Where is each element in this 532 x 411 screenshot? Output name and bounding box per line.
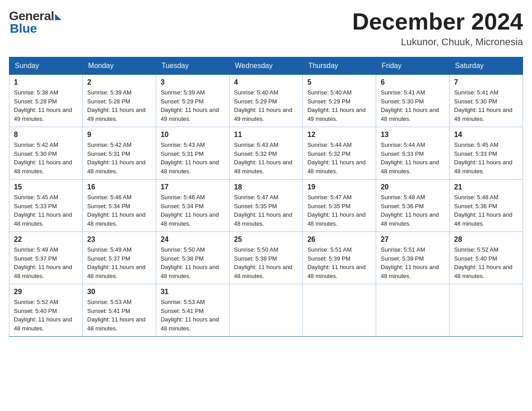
day-number: 24: [161, 235, 225, 244]
calendar-day-header: Thursday: [303, 57, 376, 75]
calendar-day-cell: 8 Sunrise: 5:42 AMSunset: 5:30 PMDayligh…: [9, 127, 83, 180]
page-header: General Blue December 2024 Lukunor, Chuu…: [9, 9, 523, 48]
day-number: 28: [454, 235, 518, 244]
day-number: 18: [234, 183, 298, 191]
day-number: 7: [454, 78, 518, 86]
calendar-day-cell: 17 Sunrise: 5:46 AMSunset: 5:34 PMDaylig…: [156, 180, 229, 232]
day-number: 6: [381, 78, 445, 86]
calendar-day-cell: [229, 284, 303, 337]
day-info: Sunrise: 5:49 AMSunset: 5:37 PMDaylight:…: [14, 245, 78, 280]
day-number: 10: [161, 131, 225, 139]
day-number: 22: [14, 235, 78, 244]
calendar-day-cell: 18 Sunrise: 5:47 AMSunset: 5:35 PMDaylig…: [229, 180, 303, 232]
day-number: 15: [14, 183, 78, 191]
day-info: Sunrise: 5:40 AMSunset: 5:29 PMDaylight:…: [234, 88, 298, 123]
day-info: Sunrise: 5:47 AMSunset: 5:35 PMDaylight:…: [234, 193, 298, 228]
day-number: 27: [381, 235, 445, 244]
calendar-table: SundayMondayTuesdayWednesdayThursdayFrid…: [9, 57, 523, 337]
calendar-day-cell: 15 Sunrise: 5:45 AMSunset: 5:33 PMDaylig…: [9, 180, 83, 232]
day-info: Sunrise: 5:45 AMSunset: 5:33 PMDaylight:…: [14, 193, 78, 228]
calendar-week-row: 8 Sunrise: 5:42 AMSunset: 5:30 PMDayligh…: [9, 127, 523, 180]
calendar-day-header: Tuesday: [156, 57, 229, 75]
day-info: Sunrise: 5:43 AMSunset: 5:31 PMDaylight:…: [161, 141, 225, 176]
day-info: Sunrise: 5:48 AMSunset: 5:36 PMDaylight:…: [454, 193, 518, 228]
day-info: Sunrise: 5:42 AMSunset: 5:31 PMDaylight:…: [87, 141, 151, 176]
day-number: 29: [14, 288, 78, 296]
calendar-day-cell: 20 Sunrise: 5:48 AMSunset: 5:36 PMDaylig…: [376, 180, 450, 232]
day-info: Sunrise: 5:38 AMSunset: 5:28 PMDaylight:…: [14, 88, 78, 123]
day-number: 11: [234, 131, 298, 139]
day-info: Sunrise: 5:42 AMSunset: 5:30 PMDaylight:…: [14, 141, 78, 176]
day-info: Sunrise: 5:51 AMSunset: 5:39 PMDaylight:…: [307, 245, 371, 280]
day-number: 8: [14, 131, 78, 139]
calendar-day-cell: 7 Sunrise: 5:41 AMSunset: 5:30 PMDayligh…: [450, 75, 523, 127]
calendar-day-cell: 30 Sunrise: 5:53 AMSunset: 5:41 PMDaylig…: [82, 284, 156, 337]
calendar-day-cell: 10 Sunrise: 5:43 AMSunset: 5:31 PMDaylig…: [156, 127, 229, 180]
calendar-header-row: SundayMondayTuesdayWednesdayThursdayFrid…: [9, 57, 523, 75]
calendar-day-cell: 1 Sunrise: 5:38 AMSunset: 5:28 PMDayligh…: [9, 75, 83, 127]
day-info: Sunrise: 5:46 AMSunset: 5:34 PMDaylight:…: [87, 193, 151, 228]
calendar-week-row: 29 Sunrise: 5:52 AMSunset: 5:40 PMDaylig…: [9, 284, 523, 337]
day-info: Sunrise: 5:51 AMSunset: 5:39 PMDaylight:…: [381, 245, 445, 280]
calendar-day-cell: 13 Sunrise: 5:44 AMSunset: 5:33 PMDaylig…: [376, 127, 450, 180]
calendar-day-cell: 6 Sunrise: 5:41 AMSunset: 5:30 PMDayligh…: [376, 75, 450, 127]
day-number: 14: [454, 131, 518, 139]
day-info: Sunrise: 5:46 AMSunset: 5:34 PMDaylight:…: [161, 193, 225, 228]
day-info: Sunrise: 5:50 AMSunset: 5:38 PMDaylight:…: [161, 245, 225, 280]
logo-arrow-icon: [55, 14, 61, 20]
day-number: 20: [381, 183, 445, 191]
day-info: Sunrise: 5:41 AMSunset: 5:30 PMDaylight:…: [381, 88, 445, 123]
calendar-day-cell: 22 Sunrise: 5:49 AMSunset: 5:37 PMDaylig…: [9, 232, 83, 284]
calendar-day-cell: 4 Sunrise: 5:40 AMSunset: 5:29 PMDayligh…: [229, 75, 303, 127]
day-number: 30: [87, 288, 151, 296]
day-info: Sunrise: 5:45 AMSunset: 5:33 PMDaylight:…: [454, 141, 518, 176]
title-section: December 2024 Lukunor, Chuuk, Micronesia: [352, 9, 523, 48]
calendar-week-row: 1 Sunrise: 5:38 AMSunset: 5:28 PMDayligh…: [9, 75, 523, 127]
calendar-day-cell: 31 Sunrise: 5:53 AMSunset: 5:41 PMDaylig…: [156, 284, 229, 337]
calendar-day-cell: 2 Sunrise: 5:39 AMSunset: 5:28 PMDayligh…: [82, 75, 156, 127]
location-text: Lukunor, Chuuk, Micronesia: [352, 36, 523, 48]
day-number: 3: [161, 78, 225, 86]
day-info: Sunrise: 5:39 AMSunset: 5:29 PMDaylight:…: [161, 88, 225, 123]
calendar-day-cell: 24 Sunrise: 5:50 AMSunset: 5:38 PMDaylig…: [156, 232, 229, 284]
calendar-day-cell: 21 Sunrise: 5:48 AMSunset: 5:36 PMDaylig…: [450, 180, 523, 232]
day-info: Sunrise: 5:49 AMSunset: 5:37 PMDaylight:…: [87, 245, 151, 280]
calendar-day-cell: 23 Sunrise: 5:49 AMSunset: 5:37 PMDaylig…: [82, 232, 156, 284]
calendar-week-row: 22 Sunrise: 5:49 AMSunset: 5:37 PMDaylig…: [9, 232, 523, 284]
day-number: 1: [14, 78, 78, 86]
calendar-week-row: 15 Sunrise: 5:45 AMSunset: 5:33 PMDaylig…: [9, 180, 523, 232]
calendar-day-header: Monday: [82, 57, 156, 75]
day-info: Sunrise: 5:39 AMSunset: 5:28 PMDaylight:…: [87, 88, 151, 123]
day-number: 16: [87, 183, 151, 191]
calendar-day-cell: 16 Sunrise: 5:46 AMSunset: 5:34 PMDaylig…: [82, 180, 156, 232]
day-number: 12: [307, 131, 371, 139]
day-number: 23: [87, 235, 151, 244]
day-number: 21: [454, 183, 518, 191]
day-info: Sunrise: 5:52 AMSunset: 5:40 PMDaylight:…: [14, 298, 78, 333]
calendar-day-cell: 9 Sunrise: 5:42 AMSunset: 5:31 PMDayligh…: [82, 127, 156, 180]
month-title: December 2024: [352, 9, 523, 34]
day-number: 31: [161, 288, 225, 296]
calendar-day-cell: 5 Sunrise: 5:40 AMSunset: 5:29 PMDayligh…: [303, 75, 376, 127]
day-number: 9: [87, 131, 151, 139]
day-number: 25: [234, 235, 298, 244]
calendar-day-cell: 26 Sunrise: 5:51 AMSunset: 5:39 PMDaylig…: [303, 232, 376, 284]
day-info: Sunrise: 5:40 AMSunset: 5:29 PMDaylight:…: [307, 88, 371, 123]
day-info: Sunrise: 5:52 AMSunset: 5:40 PMDaylight:…: [454, 245, 518, 280]
calendar-day-cell: 28 Sunrise: 5:52 AMSunset: 5:40 PMDaylig…: [450, 232, 523, 284]
day-info: Sunrise: 5:53 AMSunset: 5:41 PMDaylight:…: [87, 298, 151, 333]
day-number: 5: [307, 78, 371, 86]
day-info: Sunrise: 5:44 AMSunset: 5:32 PMDaylight:…: [307, 141, 371, 176]
day-info: Sunrise: 5:41 AMSunset: 5:30 PMDaylight:…: [454, 88, 518, 123]
calendar-day-cell: [450, 284, 523, 337]
day-info: Sunrise: 5:43 AMSunset: 5:32 PMDaylight:…: [234, 141, 298, 176]
calendar-day-header: Sunday: [9, 57, 83, 75]
day-info: Sunrise: 5:53 AMSunset: 5:41 PMDaylight:…: [161, 298, 225, 333]
day-number: 4: [234, 78, 298, 86]
day-number: 13: [381, 131, 445, 139]
logo: General Blue: [9, 9, 61, 36]
day-number: 2: [87, 78, 151, 86]
calendar-day-cell: 27 Sunrise: 5:51 AMSunset: 5:39 PMDaylig…: [376, 232, 450, 284]
calendar-day-cell: 19 Sunrise: 5:47 AMSunset: 5:35 PMDaylig…: [303, 180, 376, 232]
logo-blue-text: Blue: [10, 21, 37, 36]
